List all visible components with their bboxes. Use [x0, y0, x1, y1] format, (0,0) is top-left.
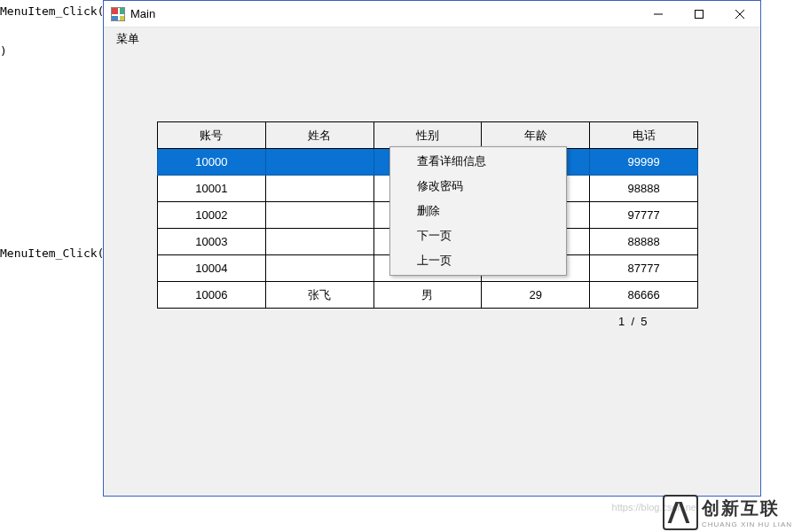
cell[interactable] [265, 229, 373, 255]
logo-text-en: CHUANG XIN HU LIAN [702, 520, 792, 528]
cell[interactable] [265, 176, 373, 202]
close-button[interactable] [719, 1, 760, 27]
cell[interactable]: 98888 [590, 176, 698, 202]
menu-bar: 菜单 [104, 27, 760, 51]
cell[interactable] [265, 149, 373, 176]
code-fragment: MenuItem_Click( [0, 4, 104, 18]
window-title: Main [130, 7, 155, 20]
pager-current: 1 [618, 315, 625, 328]
main-window: Main 菜单 账号 姓名 性别 [103, 0, 761, 497]
cell[interactable]: 张飞 [265, 282, 373, 309]
context-menu-item[interactable]: 查看详细信息 [392, 149, 564, 174]
close-icon [735, 10, 744, 19]
cell[interactable]: 29 [482, 282, 590, 309]
svg-rect-1 [696, 10, 704, 18]
context-menu-item[interactable]: 修改密码 [392, 174, 564, 199]
pager: 1 / 5 [618, 315, 648, 328]
app-icon [111, 7, 125, 21]
cell[interactable]: 男 [373, 282, 482, 309]
pager-total: 5 [641, 315, 647, 328]
client-area: 账号 姓名 性别 年龄 电话 1000025999991000123988881… [104, 51, 760, 496]
cell[interactable]: 10006 [158, 282, 266, 309]
context-menu-item[interactable]: 删除 [392, 199, 564, 223]
logo-icon [663, 495, 698, 530]
code-fragment: ) [0, 44, 7, 58]
cell[interactable] [265, 255, 373, 282]
cell[interactable]: 10004 [158, 255, 266, 282]
code-fragment: MenuItem_Click( [0, 246, 104, 260]
cell[interactable]: 10001 [158, 176, 266, 202]
context-menu[interactable]: 查看详细信息修改密码删除下一页上一页 [389, 146, 567, 276]
cell[interactable]: 87777 [590, 255, 698, 282]
header-row: 账号 姓名 性别 年龄 电话 [158, 122, 698, 149]
col-account[interactable]: 账号 [158, 122, 266, 149]
col-gender[interactable]: 性别 [373, 122, 482, 149]
cell[interactable]: 86666 [590, 282, 698, 309]
context-menu-item[interactable]: 上一页 [392, 248, 564, 273]
title-bar[interactable]: Main [104, 1, 760, 27]
maximize-icon [695, 10, 704, 19]
cell[interactable]: 99999 [590, 149, 698, 176]
context-menu-item[interactable]: 下一页 [392, 223, 564, 248]
cell[interactable]: 97777 [590, 202, 698, 229]
minimize-icon [654, 10, 663, 19]
col-age[interactable]: 年龄 [482, 122, 590, 149]
minimize-button[interactable] [638, 1, 679, 27]
footer-logo: 创新互联 CHUANG XIN HU LIAN [659, 495, 792, 530]
cell[interactable]: 10000 [158, 149, 266, 176]
table-row[interactable]: 10006张飞男2986666 [158, 282, 698, 309]
col-name[interactable]: 姓名 [265, 122, 373, 149]
menu-item-main[interactable]: 菜单 [109, 29, 146, 49]
cell[interactable]: 10002 [158, 202, 266, 229]
cell[interactable]: 88888 [590, 229, 698, 255]
col-phone[interactable]: 电话 [590, 122, 698, 149]
pager-sep: / [631, 315, 634, 328]
logo-text-cn: 创新互联 [702, 497, 792, 520]
cell[interactable]: 10003 [158, 229, 266, 255]
maximize-button[interactable] [679, 1, 719, 27]
cell[interactable] [265, 202, 373, 229]
